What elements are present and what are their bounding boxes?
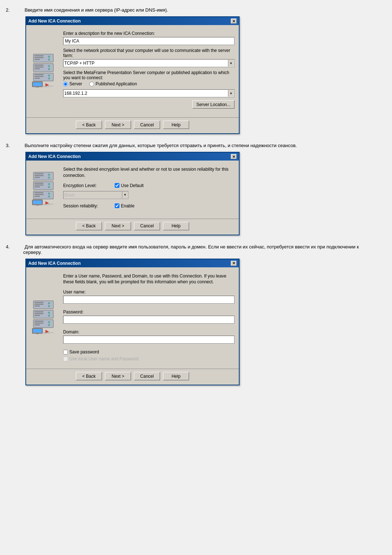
next-button-3[interactable]: Next > bbox=[105, 372, 131, 380]
svg-point-52 bbox=[48, 302, 50, 304]
svg-point-53 bbox=[48, 305, 50, 307]
svg-point-11 bbox=[48, 68, 50, 70]
username-group: User name: bbox=[63, 289, 234, 307]
svg-rect-49 bbox=[34, 302, 44, 303]
svg-point-16 bbox=[48, 74, 50, 77]
use-default-label: Use Default bbox=[121, 183, 144, 188]
dialog-2-content: Select the desired encryption level and … bbox=[26, 161, 239, 217]
close-button-2[interactable]: ✕ bbox=[231, 154, 237, 159]
session-enable-checkbox[interactable] bbox=[115, 203, 119, 208]
protocol-select-wrapper: TCP/IP + HTTP ▼ bbox=[63, 59, 234, 67]
svg-rect-56 bbox=[34, 313, 44, 314]
dialog-2-buttons: < Back Next > Cancel Help bbox=[26, 219, 239, 235]
use-local-check-item: Use local User name and Password bbox=[63, 356, 234, 361]
svg-rect-67 bbox=[33, 329, 42, 333]
password-input[interactable] bbox=[63, 316, 234, 324]
back-button-3[interactable]: < Back bbox=[76, 372, 102, 380]
enable-label: Enable bbox=[121, 203, 134, 208]
svg-rect-15 bbox=[34, 78, 40, 79]
svg-rect-27 bbox=[34, 177, 40, 178]
radio-server-input[interactable] bbox=[63, 82, 68, 86]
dialog-1-form: Enter a description for the new ICA Conn… bbox=[63, 29, 234, 112]
enc-level-label: Encryption Level: bbox=[63, 183, 110, 188]
back-button-1[interactable]: < Back bbox=[76, 121, 102, 129]
server-stack-icon-1 bbox=[32, 53, 59, 88]
use-local-label: Use local User name and Password bbox=[69, 356, 139, 361]
server-icon-area-2 bbox=[30, 165, 60, 213]
svg-rect-13 bbox=[34, 74, 44, 75]
dialog-3-content: Enter a User name, Password, and Domain,… bbox=[26, 267, 239, 368]
use-default-checkbox[interactable] bbox=[115, 183, 119, 188]
dialog-3-form: Enter a User name, Password, and Domain,… bbox=[63, 272, 234, 363]
dialog-2-form: Select the desired encryption level and … bbox=[63, 165, 234, 213]
svg-rect-7 bbox=[34, 65, 44, 66]
desc-input[interactable] bbox=[63, 37, 234, 45]
svg-point-41 bbox=[48, 195, 50, 198]
dialog-2-titlebar: Add New ICA Connection ✕ bbox=[26, 153, 239, 161]
save-password-checkbox[interactable] bbox=[63, 350, 68, 355]
server-select-label: Select the MetaFrame Presentation Server… bbox=[63, 70, 234, 80]
close-button-1[interactable]: ✕ bbox=[231, 19, 237, 24]
svg-point-28 bbox=[48, 174, 50, 176]
radio-published-label[interactable]: Published Application bbox=[89, 81, 137, 86]
dialog-3-title: Add New ICA Connection bbox=[28, 261, 81, 266]
session-row: Session reliability: Enable bbox=[63, 203, 234, 208]
step-2: 2. Введите имя соединения и имя сервера … bbox=[15, 7, 377, 134]
dialog-2-desc: Select the desired encryption level and … bbox=[63, 166, 234, 179]
use-default-check-cell: Use Default bbox=[115, 183, 144, 188]
dialog-1-content: Enter a description for the new ICA Conn… bbox=[26, 25, 239, 116]
server-location-button[interactable]: Server Location... bbox=[192, 100, 234, 109]
dialog-3-titlebar: Add New ICA Connection ✕ bbox=[26, 259, 239, 267]
help-button-2[interactable]: Help bbox=[163, 222, 189, 230]
server-location-row: Server Location... bbox=[63, 100, 234, 109]
dialog-1-titlebar: Add New ICA Connection ✕ bbox=[26, 17, 239, 25]
svg-rect-61 bbox=[34, 321, 44, 322]
dialog-3-buttons: < Back Next > Cancel Help bbox=[26, 369, 239, 385]
domain-input[interactable] bbox=[63, 336, 234, 344]
step-3-text: 3. Выполните настройку степени сжатия дл… bbox=[15, 143, 377, 148]
step-2-text: 2. Введите имя соединения и имя сервера … bbox=[15, 7, 377, 13]
svg-rect-1 bbox=[34, 55, 44, 56]
svg-rect-9 bbox=[34, 68, 40, 69]
svg-rect-63 bbox=[34, 324, 40, 325]
use-local-checkbox[interactable] bbox=[63, 357, 68, 361]
radio-server-text: Server bbox=[69, 81, 82, 86]
svg-point-29 bbox=[48, 177, 50, 179]
domain-label: Domain: bbox=[63, 329, 234, 335]
server-ip-select[interactable]: 168.192.1.2 bbox=[63, 89, 234, 97]
protocol-select[interactable]: TCP/IP + HTTP bbox=[63, 59, 234, 67]
svg-rect-14 bbox=[34, 76, 44, 77]
svg-point-17 bbox=[48, 77, 50, 80]
server-radio-group: Server Published Application bbox=[63, 81, 234, 86]
svg-point-10 bbox=[48, 65, 50, 67]
cancel-button-3[interactable]: Cancel bbox=[134, 372, 160, 380]
step-4-text: 4. Для автоматического входа на сервер в… bbox=[15, 244, 377, 255]
svg-rect-8 bbox=[34, 66, 44, 68]
server-stack-icon-3 bbox=[32, 300, 59, 335]
svg-rect-31 bbox=[34, 183, 44, 184]
next-button-2[interactable]: Next > bbox=[105, 222, 131, 230]
help-button-1[interactable]: Help bbox=[163, 121, 189, 129]
cancel-button-1[interactable]: Cancel bbox=[134, 121, 160, 129]
svg-rect-37 bbox=[34, 192, 44, 193]
next-button-1[interactable]: Next > bbox=[105, 121, 131, 129]
dialog-2-title: Add New ICA Connection bbox=[28, 154, 81, 159]
radio-server-label[interactable]: Server bbox=[63, 81, 82, 86]
server-icon-area-3 bbox=[30, 272, 60, 363]
enc-value-select[interactable]: Basic bbox=[63, 191, 128, 199]
svg-rect-3 bbox=[34, 59, 40, 60]
back-button-2[interactable]: < Back bbox=[76, 222, 102, 230]
username-input[interactable] bbox=[63, 296, 234, 304]
cancel-button-2[interactable]: Cancel bbox=[134, 222, 160, 230]
close-button-3[interactable]: ✕ bbox=[231, 261, 237, 266]
desc-label: Enter a description for the new ICA Conn… bbox=[63, 31, 234, 36]
radio-published-input[interactable] bbox=[89, 82, 94, 86]
svg-point-5 bbox=[48, 58, 50, 61]
dialog-1-buttons: < Back Next > Cancel Help bbox=[26, 117, 239, 133]
svg-rect-19 bbox=[33, 82, 42, 86]
help-button-3[interactable]: Help bbox=[163, 372, 189, 380]
server-ip-wrapper: 168.192.1.2 ▼ bbox=[63, 89, 234, 97]
svg-rect-62 bbox=[34, 323, 44, 324]
dialog-1: Add New ICA Connection ✕ bbox=[25, 16, 240, 134]
server-stack-icon-2 bbox=[32, 171, 59, 206]
